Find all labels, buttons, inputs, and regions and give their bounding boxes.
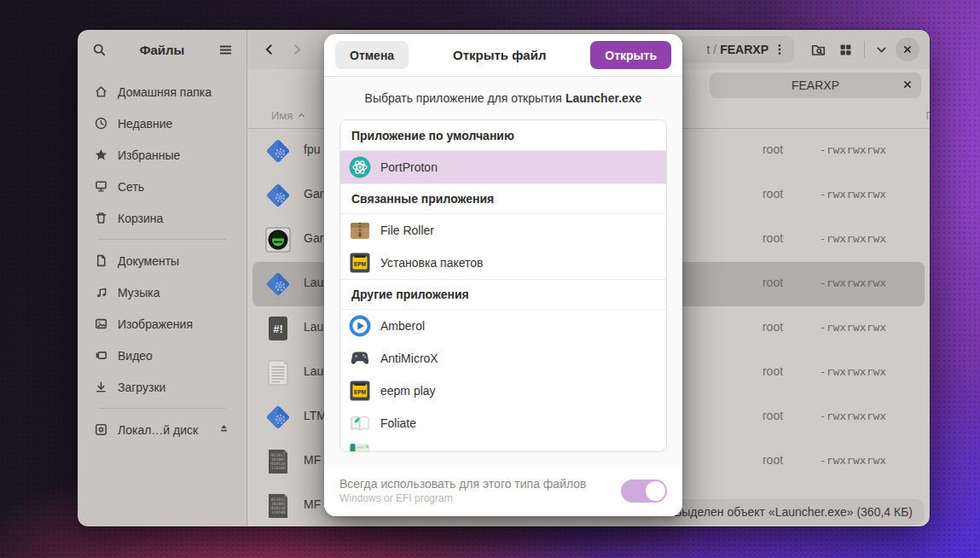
chevron-left-icon [263,43,276,56]
file-group: root [739,409,807,422]
main-menu-button[interactable] [214,38,236,61]
sidebar-item-starred[interactable]: Избранные [86,139,238,171]
search-value: FEARXP [792,78,839,92]
file-name: Lau [304,320,323,334]
amberol-icon [349,315,371,337]
sidebar-item-network[interactable]: Сеть [86,171,238,202]
app-row-foliate[interactable]: Foliate [340,407,666,439]
dialog-footer: Всегда использовать для этого типа файло… [324,465,682,516]
partial-app-icon [349,441,371,452]
sidebar-item-label: Изображения [118,317,193,331]
search-input[interactable]: FEARXP [710,73,921,98]
sidebar-item-label: Недавние [118,117,172,131]
open-file-dialog: Отмена Открыть файл Открыть Выбрать прил… [324,34,682,516]
sidebar-item-label: Музыка [118,286,160,299]
foliate-book-icon [349,412,371,434]
picture-icon [94,317,108,331]
search-in-folder-button[interactable] [804,36,832,63]
app-row-antimicrox[interactable]: AntiMicroX [340,342,666,375]
partially-visible-app-row[interactable] [340,439,666,452]
view-options-button[interactable] [870,38,892,61]
sidebar-item-recent[interactable]: Недавние [86,108,238,139]
wine-exe-icon [264,137,293,166]
file-name: MF [304,453,321,467]
wine-exe-icon [264,403,293,432]
download-icon [94,380,108,394]
sidebar-item-label: Загрузки [118,381,165,394]
sidebar-item-label: Избранные [118,148,180,162]
sidebar-item-documents[interactable]: Документы [86,245,238,276]
app-name: Foliate [380,416,416,430]
sidebar-item-music[interactable]: Музыка [86,276,238,308]
always-use-toggle[interactable] [621,480,667,503]
cancel-button[interactable]: Отмена [335,41,409,69]
prompt-file-name: Launcher.exe [565,91,642,105]
always-use-label: Всегда использовать для этого типа файло… [339,477,621,491]
section-header-related: Связанные приложения [340,183,666,214]
app-row-eepm-play[interactable]: EPM eepm play [340,375,666,407]
section-header-default: Приложение по умолчанию [340,120,666,151]
file-group: root [739,231,807,245]
dialog-header: Отмена Открыть файл Открыть [324,34,682,77]
script-file-icon: #! [264,314,293,343]
app-row-amberol[interactable]: Amberol [340,310,666,342]
wine-exe-icon [264,181,293,210]
app-row-package-install[interactable]: EPM Установка пакетов [340,247,666,279]
column-header-group[interactable]: Группа [909,109,930,122]
toolbar-separator [864,41,865,58]
home-icon [94,84,108,99]
music-note-icon [94,285,108,299]
sidebar-header: Файлы [78,30,246,69]
window-close-button[interactable] [896,38,919,61]
forward-button[interactable] [283,36,310,63]
file-permissions: -rwxrwxrwx [803,188,903,201]
sidebar-item-videos[interactable]: Видео [86,340,238,371]
file-name: Gar [304,187,323,201]
file-group: root [739,320,807,334]
sidebar-item-trash[interactable]: Корзина [86,202,238,234]
app-name: Amberol [380,319,425,333]
file-group: root [739,276,807,289]
app-name: PortProton [380,160,438,174]
video-icon [94,348,108,363]
open-button[interactable]: Открыть [590,41,671,69]
antimicrox-gamepad-icon [349,347,371,369]
file-group: root [739,364,807,378]
back-button[interactable] [256,36,283,63]
file-permissions: -rwxrwxrwx [803,454,903,467]
app-title: Файлы [110,43,214,57]
sidebar-item-pictures[interactable]: Изображения [86,308,238,340]
app-name: eepm play [380,384,436,398]
file-name: MF [304,497,321,511]
kebab-menu-icon [773,43,786,56]
sidebar-item-label: Сеть [118,180,144,194]
svg-text:#!: #! [273,323,283,335]
sidebar-divider [98,239,226,240]
folder-search-icon [810,42,826,58]
file-name: Gar [304,231,323,245]
app-row-portproton[interactable]: PortProton [340,151,666,183]
clear-search-button[interactable] [902,78,913,94]
file-type-label: Windows or EFI program [339,492,621,504]
wine-exe-icon [264,270,293,299]
section-header-other: Другие приложения [340,279,666,310]
file-name: Lau [304,276,323,289]
file-permissions: -rwxrwxrwx [803,365,903,378]
app-row-file-roller[interactable]: File Roller [340,214,666,247]
view-grid-button[interactable] [832,36,859,63]
eject-button[interactable] [217,421,230,438]
sidebar-item-home[interactable]: Домашняя папка [86,76,238,108]
star-icon [94,148,108,162]
column-header-name[interactable]: Имя [271,109,306,122]
breadcrumb-separator: / [710,43,720,56]
search-button[interactable] [88,38,110,61]
app-name: AntiMicroX [380,352,438,365]
svg-text:EPM: EPM [354,389,366,395]
svg-text:110100: 110100 [271,510,286,514]
sidebar-item-downloads[interactable]: Загрузки [86,371,238,403]
path-menu-button[interactable] [768,38,791,61]
close-icon [902,78,913,90]
sort-ascending-icon [297,111,306,120]
disk-icon [94,422,108,437]
sidebar-item-local-disk[interactable]: Локал…й диск [86,414,238,445]
